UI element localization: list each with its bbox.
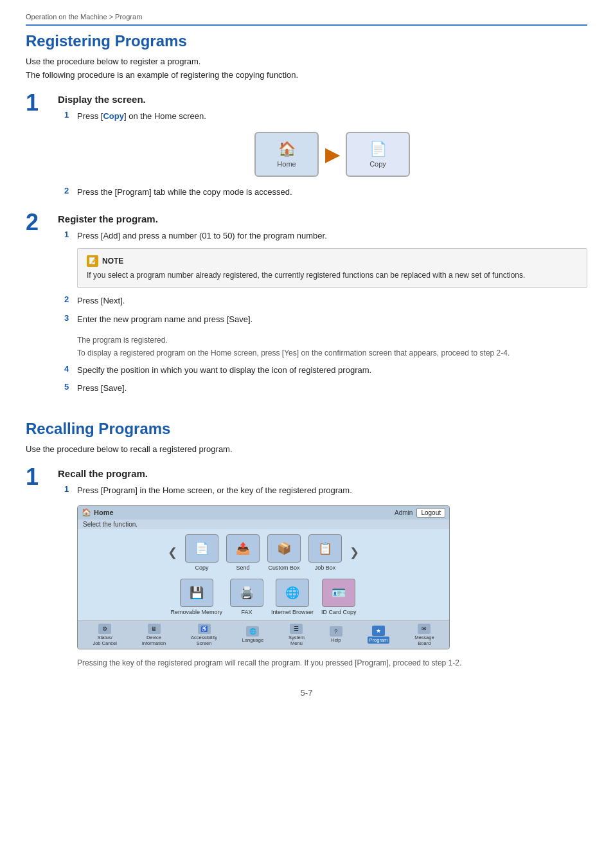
hs-right-arrow[interactable]: ❯ — [350, 545, 359, 559]
hs-bottom-lang[interactable]: 🌐 Language — [242, 626, 263, 643]
hs-admin-label: Admin — [395, 509, 413, 516]
home-to-copy-image: 🏠 Home ▶ 📄 Copy — [77, 132, 587, 177]
breadcrumb: Operation on the Machine > Program — [26, 13, 587, 26]
hs-icon-custombox[interactable]: 📦 Custom Box — [267, 534, 301, 571]
hs-icon-jobbox[interactable]: 📋 Job Box — [308, 534, 342, 571]
hs-bottom-access[interactable]: ♿ AccessibilityScreen — [191, 624, 217, 646]
hs-program-label: Program — [368, 637, 390, 644]
step2-sub3-text: Enter the new program name and press [Sa… — [77, 313, 587, 329]
recall-step1-title: Recall the program. — [58, 468, 587, 479]
hs-left-arrow[interactable]: ❮ — [168, 545, 177, 559]
hs-device-icon: 🖥 — [148, 624, 161, 634]
hs-system-label: SystemMenu — [289, 635, 305, 646]
step2-sub2-text: Press [Next]. — [77, 294, 587, 308]
step2-num: 2 — [26, 211, 58, 234]
hs-system-icon: ☰ — [290, 624, 303, 634]
section2-intro: Use the procedure below to recall a regi… — [26, 443, 587, 457]
hs-idcard-icon: 🪪 — [322, 579, 355, 607]
hs-help-label: Help — [331, 637, 341, 643]
hs-custombox-label: Custom Box — [268, 565, 299, 571]
hs-bottom-message[interactable]: ✉ MessageBoard — [414, 624, 434, 646]
step1-title: Display the screen. — [58, 94, 587, 105]
hs-bottom-help[interactable]: ? Help — [330, 626, 342, 643]
hs-copy-label: Copy — [195, 565, 208, 571]
home-screen-simulation: 🏠 Home Admin Logout Select the function.… — [77, 505, 450, 649]
hs-idcard-label: ID Card Copy — [321, 609, 357, 615]
step2-sub3-num: 3 — [64, 313, 77, 323]
step2-sub5: 5 Press [Save]. — [58, 382, 587, 395]
hs-lang-label: Language — [242, 637, 263, 643]
hs-custombox-icon: 📦 — [267, 534, 301, 563]
step2-sub5-num: 5 — [64, 382, 77, 392]
home-icon: 🏠 — [278, 141, 296, 158]
step2-sub3: 3 Enter the new program name and press [… — [58, 313, 587, 329]
step2-major: 2 Register the program. 1 Press [Add] an… — [26, 213, 587, 401]
step2-sub3-note2: To display a registered program on the H… — [77, 347, 587, 359]
step2-sub1: 1 Press [Add] and press a number (01 to … — [58, 230, 587, 243]
home-screen-box: 🏠 Home — [254, 132, 319, 177]
hs-browser-label: Internet Browser — [271, 609, 314, 615]
recall-note: Pressing the key of the registered progr… — [77, 657, 587, 669]
hs-status-icon: ⚙ — [98, 624, 111, 634]
section1-title: Registering Programs — [26, 32, 587, 50]
step2-sub4: 4 Specify the position in which you want… — [58, 364, 587, 377]
note-text: If you select a program number already r… — [87, 269, 578, 281]
hs-bottom-system[interactable]: ☰ SystemMenu — [289, 624, 305, 646]
step2-sub3-note1: The program is registered. — [77, 334, 587, 346]
recall-step1-major: 1 Recall the program. 1 Press [Program] … — [26, 468, 587, 669]
step1-sub2-text: Press the [Program] tab while the copy m… — [77, 186, 587, 199]
step1-sub2-num: 2 — [64, 186, 77, 195]
hs-send-label: Send — [236, 565, 249, 571]
step1-sub1: 1 Press [Copy] on the Home screen. — [58, 110, 587, 123]
note-box: 📝 NOTE If you select a program number al… — [77, 248, 587, 288]
hs-lang-icon: 🌐 — [246, 626, 259, 637]
hs-removable-icon: 💾 — [180, 579, 213, 607]
hs-program-icon: ★ — [372, 626, 385, 636]
hs-home-icon: 🏠 — [82, 508, 91, 517]
step2-sub4-num: 4 — [64, 364, 77, 374]
hs-removable-label: Removable Memory — [170, 609, 222, 615]
step2-title: Register the program. — [58, 213, 587, 224]
step2-sub5-text: Press [Save]. — [77, 382, 587, 395]
hs-access-icon: ♿ — [198, 624, 211, 634]
step1-sub1-num: 1 — [64, 110, 77, 120]
hs-icon-fax[interactable]: 🖨️ FAX — [230, 579, 263, 615]
hs-bottom-status[interactable]: ⚙ Status/Job Cancel — [93, 624, 117, 646]
step2-sub1-text: Press [Add] and press a number (01 to 50… — [77, 230, 587, 243]
hs-fax-label: FAX — [241, 609, 252, 615]
recall-step1-num: 1 — [26, 466, 58, 489]
hs-bottom-program[interactable]: ★ Program — [368, 626, 390, 644]
page-number: 5-7 — [26, 688, 587, 698]
hs-bottom-bar: ⚙ Status/Job Cancel 🖥 DeviceInformation … — [78, 620, 449, 649]
hs-browser-icon: 🌐 — [276, 579, 309, 607]
hs-subtitle: Select the function. — [78, 520, 449, 529]
hs-logout-button[interactable]: Logout — [416, 508, 445, 518]
step1-num: 1 — [26, 91, 58, 114]
hs-home-text: Home — [94, 509, 114, 516]
hs-icons-row1: ❮ 📄 Copy 📤 Send 📦 Custom Box 📋 Job Box — [78, 529, 449, 576]
copy-icon: 📄 — [369, 141, 387, 158]
hs-icon-idcard[interactable]: 🪪 ID Card Copy — [321, 579, 357, 615]
note-label: NOTE — [102, 257, 123, 266]
recall-step1-sub1: 1 Press [Program] in the Home screen, or… — [58, 484, 587, 498]
hs-access-label: AccessibilityScreen — [191, 635, 217, 646]
hs-status-label: Status/Job Cancel — [93, 635, 117, 646]
hs-icon-send[interactable]: 📤 Send — [226, 534, 260, 571]
hs-icons-row2: 💾 Removable Memory 🖨️ FAX 🌐 Internet Bro… — [78, 576, 449, 620]
arrow-right-icon: ▶ — [325, 144, 339, 165]
hs-message-label: MessageBoard — [414, 635, 434, 646]
step1-major: 1 Display the screen. 1 Press [Copy] on … — [26, 94, 587, 205]
hs-jobbox-icon: 📋 — [308, 534, 342, 563]
hs-icon-removable[interactable]: 💾 Removable Memory — [170, 579, 222, 615]
step2-sub2: 2 Press [Next]. — [58, 294, 587, 308]
hs-message-icon: ✉ — [418, 624, 431, 634]
hs-bottom-device[interactable]: 🖥 DeviceInformation — [142, 624, 166, 646]
copy-label: Copy — [369, 160, 386, 168]
section2-title: Recalling Programs — [26, 420, 587, 438]
hs-copy-icon: 📄 — [185, 534, 218, 563]
note-header: 📝 NOTE — [87, 255, 578, 267]
hs-icon-copy[interactable]: 📄 Copy — [185, 534, 218, 571]
step1-sub2: 2 Press the [Program] tab while the copy… — [58, 186, 587, 199]
hs-icon-browser[interactable]: 🌐 Internet Browser — [271, 579, 314, 615]
hs-fax-icon: 🖨️ — [230, 579, 263, 607]
